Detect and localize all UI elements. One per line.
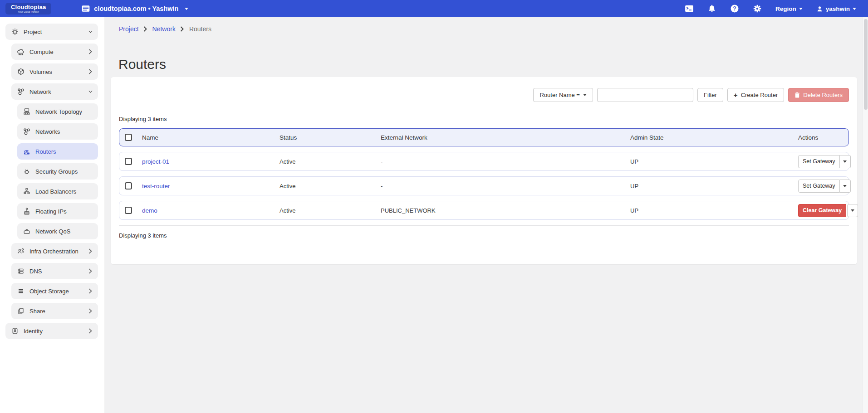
volumes-cube-icon <box>17 68 25 76</box>
region-menu[interactable]: Region <box>775 5 803 12</box>
chevron-right-icon <box>88 248 93 254</box>
sidebar-item-compute[interactable]: Compute <box>11 44 98 60</box>
chevron-right-icon <box>143 26 148 32</box>
sidebar-item-network-qos[interactable]: Network QoS <box>17 223 98 239</box>
domain-list-icon <box>81 4 90 13</box>
select-all-checkbox[interactable] <box>125 134 132 141</box>
scrollbar-thumb[interactable] <box>864 19 868 110</box>
chevron-down-icon <box>185 8 188 10</box>
chevron-down-icon <box>843 160 847 163</box>
sidebar-item-network-topology[interactable]: Network Topology <box>17 103 98 120</box>
set-gateway-button[interactable]: Set Gateway <box>798 155 840 168</box>
sidebar-item-dns[interactable]: DNS <box>11 263 98 279</box>
sidebar-item-floating-ips[interactable]: Floating IPs <box>17 203 98 219</box>
chevron-right-icon <box>88 268 93 274</box>
sidebar-item-infra-orchestration[interactable]: Infra Orchestration <box>11 243 98 259</box>
chevron-down-icon <box>843 185 847 187</box>
sidebar-item-networks[interactable]: Networks <box>17 123 98 140</box>
sidebar-item-label: Network QoS <box>35 228 93 235</box>
column-header-name: Name <box>142 134 280 141</box>
console-icon[interactable] <box>685 4 694 13</box>
sidebar-item-label: Identity <box>24 328 84 335</box>
row-actions-dropdown[interactable] <box>840 180 851 193</box>
clear-gateway-button[interactable]: Clear Gateway <box>798 204 846 217</box>
router-name-link[interactable]: demo <box>142 207 280 214</box>
sidebar-item-security-groups[interactable]: Security Groups <box>17 163 98 180</box>
filter-search-input[interactable] <box>597 88 693 102</box>
row-actions-dropdown[interactable] <box>840 155 851 168</box>
router-external-network: - <box>381 183 630 189</box>
router-admin-state: UP <box>630 207 798 214</box>
items-count-top: Displaying 3 items <box>119 116 849 122</box>
identity-badge-icon <box>11 327 19 335</box>
router-external-network: - <box>381 158 630 165</box>
row-checkbox[interactable] <box>125 207 132 214</box>
network-topology-icon <box>23 107 31 116</box>
load-balancers-sitemap-icon <box>23 187 31 195</box>
table-row: demo Active PUBLIC_NETWORK UP Clear Gate… <box>119 201 849 220</box>
network-nodes-icon <box>17 87 25 96</box>
dns-server-icon <box>17 267 25 275</box>
router-name-link[interactable]: test-router <box>142 183 280 189</box>
row-checkbox[interactable] <box>125 158 132 165</box>
sidebar-item-routers[interactable]: Routers <box>17 143 98 160</box>
chevron-down-icon <box>583 94 587 96</box>
trash-icon <box>794 92 800 98</box>
create-router-button[interactable]: + Create Router <box>727 88 784 102</box>
domain-project-switcher[interactable]: cloudtopiaa.com • Yashwin <box>81 4 188 13</box>
filter-field-dropdown[interactable]: Router Name = <box>533 88 593 102</box>
breadcrumb-network-link[interactable]: Network <box>152 25 176 33</box>
network-qos-briefcase-icon <box>23 227 31 235</box>
sidebar-item-project[interactable]: Project <box>5 24 98 40</box>
sidebar-item-load-balancers[interactable]: Load Balancers <box>17 183 98 199</box>
share-documents-icon <box>17 307 25 315</box>
create-router-label: Create Router <box>741 92 778 98</box>
sidebar-item-label: Load Balancers <box>35 188 93 195</box>
notifications-bell-icon[interactable] <box>707 4 716 13</box>
help-icon[interactable]: ? <box>730 4 739 13</box>
chevron-down-icon <box>799 8 803 10</box>
sidebar-item-network[interactable]: Network <box>11 83 98 100</box>
chevron-right-icon <box>88 288 93 294</box>
brand-tagline: Your Cloud Partner <box>18 11 39 14</box>
username-label: yashwin <box>826 5 850 12</box>
sidebar-item-label: Compute <box>29 49 84 55</box>
router-name-link[interactable]: project-01 <box>142 158 280 165</box>
row-actions-dropdown[interactable] <box>847 204 858 217</box>
sidebar-item-label: Network Topology <box>35 108 93 115</box>
filter-button-label: Filter <box>704 92 717 98</box>
region-label: Region <box>775 5 796 12</box>
row-checkbox[interactable] <box>125 182 132 189</box>
filter-button[interactable]: Filter <box>697 88 723 102</box>
main-content: Project Network Routers Routers Router N… <box>104 17 863 413</box>
user-icon <box>816 5 823 12</box>
breadcrumb-project-link[interactable]: Project <box>119 25 139 33</box>
sidebar-item-object-storage[interactable]: Object Storage <box>11 283 98 299</box>
user-menu[interactable]: yashwin <box>816 5 856 12</box>
sidebar-item-share[interactable]: Share <box>11 303 98 319</box>
router-icon <box>23 147 31 155</box>
router-status: Active <box>280 207 381 214</box>
sidebar-item-identity[interactable]: Identity <box>5 323 98 339</box>
delete-routers-button[interactable]: Delete Routers <box>788 88 849 102</box>
plus-icon: + <box>734 92 738 98</box>
chevron-right-icon <box>88 328 93 334</box>
chevron-right-icon <box>88 49 93 54</box>
chevron-right-icon <box>180 26 185 32</box>
table-toolbar: Router Name = Filter + Create Router Del… <box>119 88 849 102</box>
router-external-network: PUBLIC_NETWORK <box>381 207 630 214</box>
router-admin-state: UP <box>630 183 798 189</box>
domain-project-label: cloudtopiaa.com • Yashwin <box>94 5 178 12</box>
router-status: Active <box>280 158 381 165</box>
set-gateway-button[interactable]: Set Gateway <box>798 180 840 193</box>
chevron-down-icon <box>88 89 93 94</box>
sidebar-item-label: Routers <box>35 148 93 155</box>
page-scrollbar[interactable] <box>863 17 868 413</box>
column-header-actions: Actions <box>798 134 843 141</box>
brand-logo[interactable]: Cloudtopiaa Your Cloud Partner <box>5 3 51 15</box>
items-count-bottom: Displaying 3 items <box>119 225 849 239</box>
chevron-right-icon <box>88 308 93 314</box>
settings-gear-icon[interactable] <box>753 4 762 13</box>
sidebar-item-volumes[interactable]: Volumes <box>11 63 98 80</box>
networks-nodes-icon <box>23 127 31 136</box>
